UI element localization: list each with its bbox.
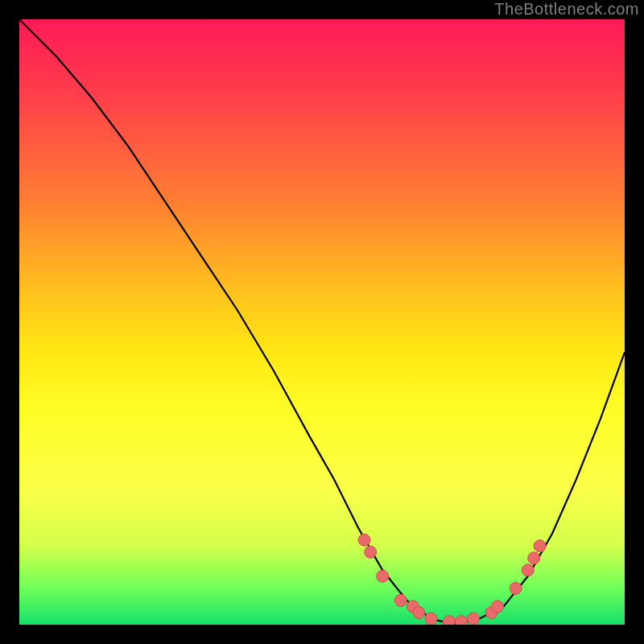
data-marker <box>456 616 468 625</box>
data-marker <box>492 601 504 613</box>
data-marker <box>425 613 437 625</box>
data-marker <box>528 552 540 564</box>
data-marker <box>468 613 480 625</box>
data-marker <box>358 534 370 546</box>
data-marker <box>443 616 455 625</box>
data-marker <box>394 594 407 606</box>
data-marker <box>377 570 389 582</box>
data-marker <box>413 607 425 619</box>
chart-area <box>18 18 626 626</box>
data-marker <box>510 582 522 594</box>
data-marker <box>365 546 377 558</box>
data-marker <box>534 540 546 552</box>
chart-svg <box>19 19 625 625</box>
source-attribution: TheBottleneck.com <box>494 0 639 19</box>
data-marker <box>522 564 534 576</box>
bottleneck-curve <box>19 19 625 625</box>
data-markers <box>358 534 546 625</box>
